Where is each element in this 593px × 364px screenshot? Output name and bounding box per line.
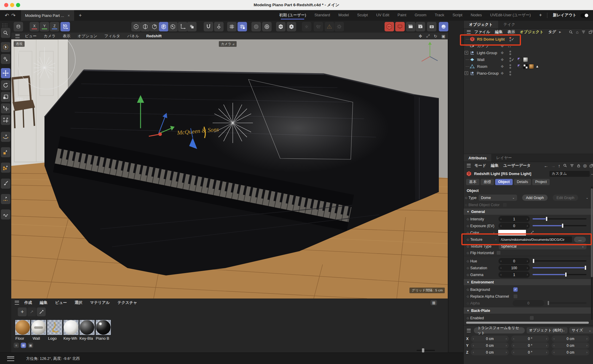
enabled-checkbox[interactable] — [530, 316, 534, 320]
viewport-canvas[interactable]: McQueen & Sons 透視 カメラ ⊿ — [11, 39, 448, 299]
triangle-tag-icon[interactable]: ▲ — [535, 64, 539, 68]
object-axis-button[interactable] — [178, 22, 187, 31]
light-starburst-gizmo[interactable] — [213, 103, 253, 143]
material-piano-black[interactable] — [95, 320, 111, 335]
tree-row-wall[interactable]: Wall ❖ ✓ — [464, 56, 593, 63]
active-camera-label[interactable]: カメラ ⊿ — [219, 41, 237, 47]
add-graph-button[interactable]: Add Graph — [522, 195, 548, 201]
attr-search-icon[interactable] — [563, 163, 567, 168]
tab-takes[interactable]: テイク — [498, 22, 521, 27]
isoline-button[interactable] — [314, 22, 323, 31]
model-mode-button[interactable] — [159, 22, 168, 31]
scale-z-stepper[interactable]: ‹0 cm› — [551, 349, 589, 355]
attr-menu-mode[interactable]: モード — [474, 163, 486, 168]
saturation-slider[interactable] — [533, 267, 586, 268]
attr-up-icon[interactable]: ↑ — [558, 163, 560, 168]
texture-type-select[interactable]: Spherical⌄ — [499, 243, 586, 249]
material-list-view-button[interactable]: ≡ — [14, 343, 19, 348]
snap-button[interactable] — [204, 22, 213, 31]
retopo-settings-button[interactable] — [334, 22, 344, 31]
view-pan-icon[interactable]: ✥ — [419, 34, 422, 39]
attr-tab-basic[interactable]: 基本 — [466, 179, 479, 185]
texture-browse-button[interactable]: ... — [574, 237, 586, 243]
attr-lock-icon[interactable] — [577, 164, 581, 168]
layer-toggle-icon[interactable]: ❖ — [500, 71, 504, 76]
move-tool[interactable] — [1, 68, 10, 78]
transform-size-select[interactable]: サイズ⌄ — [569, 327, 593, 333]
visibility-dot-render[interactable] — [509, 67, 511, 69]
phong-tag[interactable] — [517, 57, 522, 62]
falloff-settings-button[interactable] — [262, 22, 272, 31]
viewport-menu-icon[interactable] — [15, 34, 20, 38]
spline-smooth-tool[interactable] — [1, 209, 10, 219]
background-checkbox[interactable]: ✓ — [513, 287, 518, 292]
tree-row-room[interactable]: Room ❖ ▲ — [464, 63, 593, 70]
keyframe-diamond-icon[interactable]: ◇ — [464, 196, 468, 199]
viewport-solo-button[interactable] — [276, 22, 286, 31]
new-layout-button[interactable]: 新レイアウト — [553, 12, 576, 19]
texture-mode-button[interactable] — [168, 22, 178, 31]
vp-menu-filter[interactable]: フィルタ — [104, 33, 120, 39]
find-tool-button[interactable] — [1, 28, 10, 38]
tab-layers[interactable]: レイヤー — [491, 155, 517, 161]
blend-color-checkbox[interactable] — [503, 203, 507, 207]
graph-chevron-icon[interactable]: ⌄ — [586, 196, 588, 199]
add-layout-button[interactable]: + — [539, 12, 542, 19]
vp-menu-view[interactable]: ビュー — [25, 33, 37, 39]
new-document-button[interactable]: + — [79, 12, 82, 18]
zoom-window-button[interactable] — [16, 3, 20, 7]
pen-primitive-tool[interactable] — [1, 163, 10, 173]
view-zoom-icon[interactable]: ⤢ — [426, 33, 430, 39]
material-large-view-button[interactable]: ▣ — [28, 343, 33, 348]
layer-toggle-icon[interactable]: ❖ — [500, 57, 504, 62]
transform-mode-select[interactable]: オブジェクト (相対)⌄ — [527, 327, 568, 333]
alpha-slider[interactable] — [547, 302, 586, 304]
om-home-icon[interactable]: ⌂ — [576, 30, 578, 34]
document-tab[interactable]: Modeling Piano Part ... × — [21, 10, 74, 21]
brush-tool[interactable] — [1, 179, 10, 189]
promote-material-button[interactable]: ↗ — [27, 307, 36, 316]
scale-x-stepper[interactable]: ‹0 cm› — [551, 336, 589, 342]
intensity-stepper[interactable]: ‹1› — [498, 216, 530, 222]
om-menu-edit[interactable]: 編集 — [495, 29, 503, 35]
tree-row-rs-dome-light[interactable]: RS Dome Light ❖ ✓ — [464, 36, 593, 42]
edit-graph-button[interactable]: Edit Graph — [553, 195, 578, 201]
points-mode-button[interactable] — [131, 22, 141, 31]
vp-menu-display[interactable]: 表示 — [63, 33, 71, 39]
attr-tab-details[interactable]: Details — [514, 179, 531, 185]
layout-tab-script[interactable]: Script — [452, 13, 462, 18]
enabled-check-icon[interactable]: ✓ — [511, 37, 514, 41]
polygons-mode-button[interactable] — [150, 22, 159, 31]
color-swatch[interactable] — [498, 230, 526, 236]
multi-move-tool[interactable] — [1, 115, 10, 125]
attr-menu-edit[interactable]: 編集 — [491, 163, 499, 168]
render-active-view-button[interactable] — [406, 22, 415, 31]
om-menu-more-icon[interactable]: ▶ — [559, 31, 561, 33]
sketch-spline-tool[interactable] — [1, 147, 10, 157]
mat-menu-view[interactable]: ビュー — [55, 300, 67, 305]
material-key-white[interactable] — [63, 320, 79, 335]
attr-back-icon[interactable]: ← — [544, 163, 548, 168]
edges-mode-button[interactable] — [141, 22, 150, 31]
material-mode-button[interactable] — [439, 22, 448, 31]
status-menu-icon[interactable] — [7, 356, 14, 361]
gamma-slider[interactable] — [533, 274, 586, 275]
layout-tab-standard[interactable]: Standard — [314, 13, 330, 18]
om-menu-icon[interactable] — [467, 30, 471, 34]
mat-menu-texture[interactable]: テクスチャ — [117, 300, 137, 305]
visibility-dot-editor[interactable] — [509, 71, 511, 73]
preset-chevron-icon[interactable]: ⌄ — [591, 172, 593, 175]
color-eyedropper-icon[interactable] — [530, 230, 534, 235]
hue-stepper[interactable]: ‹0› — [498, 258, 530, 264]
layout-tab-uvedit[interactable]: UV Edit — [376, 13, 389, 18]
om-search-icon[interactable] — [569, 30, 573, 34]
live-selection-tool[interactable] — [1, 42, 10, 52]
falloff-rings-button[interactable] — [251, 22, 261, 31]
rot-x-stepper[interactable]: ‹0 °› — [511, 336, 549, 342]
retopo-button[interactable] — [325, 22, 334, 31]
attr-filter-icon[interactable] — [570, 163, 574, 168]
layout-tab-uvedit-user[interactable]: UVEdit-User (ユーザー) — [490, 12, 531, 19]
color-expand-icon[interactable]: › — [493, 231, 494, 234]
line-cut-tool[interactable] — [1, 194, 10, 204]
om-filter-icon[interactable] — [581, 30, 586, 34]
